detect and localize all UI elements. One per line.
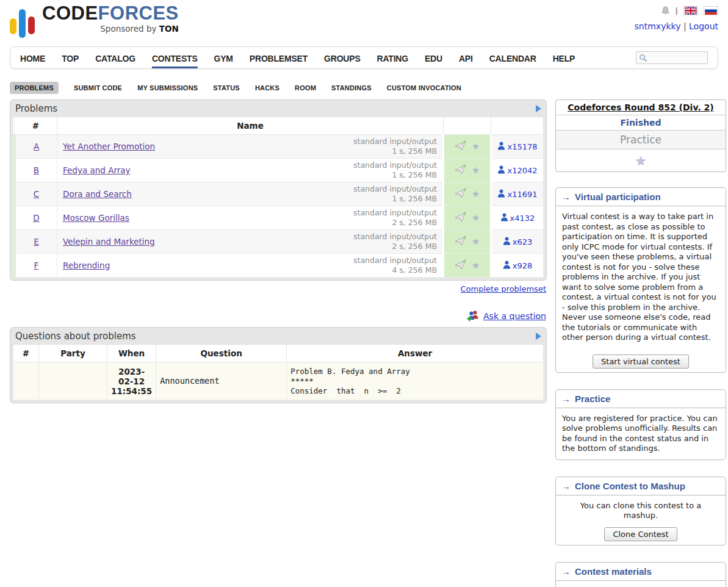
practice-text: You are registered for practice. You can… bbox=[556, 408, 726, 459]
favorite-star-icon[interactable]: ★ bbox=[472, 236, 480, 247]
contest-info-box: Codeforces Round 852 (Div. 2) Finished P… bbox=[555, 99, 726, 172]
virtual-participation-box: → Virtual participation Virtual contest … bbox=[555, 187, 726, 373]
ru-flag-icon[interactable] bbox=[704, 6, 718, 15]
complete-problemset-link[interactable]: Complete problemset bbox=[461, 284, 546, 294]
virtual-participation-text: Virtual contest is a way to take part in… bbox=[556, 206, 726, 348]
solved-count-link[interactable]: x928 bbox=[513, 261, 533, 270]
solved-count-link[interactable]: x4132 bbox=[510, 214, 535, 223]
problem-letter-link[interactable]: B bbox=[34, 165, 39, 175]
nav-item-contests[interactable]: CONTESTS bbox=[152, 48, 198, 68]
solved-count-link[interactable]: x11691 bbox=[507, 190, 537, 199]
solved-person-icon bbox=[497, 165, 505, 176]
subnav-hacks[interactable]: HACKS bbox=[255, 84, 279, 92]
nav-item-top[interactable]: TOP bbox=[62, 48, 79, 68]
contest-status: Finished bbox=[556, 115, 726, 131]
problem-letter-link[interactable]: C bbox=[34, 189, 39, 199]
q-question-cell: Announcement bbox=[156, 362, 287, 400]
start-virtual-contest-button[interactable]: Start virtual contest bbox=[593, 355, 689, 369]
nav-item-api[interactable]: API bbox=[459, 48, 473, 68]
subnav-problems[interactable]: PROBLEMS bbox=[10, 82, 59, 94]
contest-mode: Practice bbox=[556, 131, 726, 149]
subnav-custom-invocation[interactable]: CUSTOM INVOCATION bbox=[387, 84, 461, 92]
nav-item-edu[interactable]: EDU bbox=[425, 48, 442, 68]
favorite-star-icon[interactable]: ★ bbox=[472, 260, 480, 271]
table-row: A Yet Another Promotion standard input/o… bbox=[15, 135, 544, 159]
ask-question-icon bbox=[467, 310, 480, 322]
q-col-party: Party bbox=[39, 345, 107, 362]
favorite-star-icon[interactable]: ★ bbox=[472, 189, 480, 200]
q-answer-cell: Problem B. Fedya and Array ***** Conside… bbox=[287, 362, 544, 400]
expand-arrow-icon[interactable] bbox=[536, 105, 541, 112]
ask-question-link[interactable]: Ask a question bbox=[483, 311, 546, 321]
table-row: D Moscow Gorillas standard input/output2… bbox=[15, 206, 544, 230]
nav-item-home[interactable]: HOME bbox=[20, 48, 45, 68]
bell-icon[interactable] bbox=[661, 6, 670, 16]
clone-mashup-box: → Clone Contest to Mashup You can clone … bbox=[555, 477, 726, 546]
problem-letter-link[interactable]: A bbox=[34, 142, 39, 151]
nav-item-catalog[interactable]: CATALOG bbox=[95, 48, 135, 68]
clone-contest-button[interactable]: Clone Contest bbox=[604, 527, 677, 541]
q-num-cell bbox=[13, 362, 39, 400]
paper-plane-icon[interactable] bbox=[455, 236, 466, 248]
paper-plane-icon[interactable] bbox=[455, 140, 466, 153]
problem-name-link[interactable]: Velepin and Marketing bbox=[63, 237, 155, 247]
header-separator: | bbox=[676, 6, 678, 15]
contest-materials-box: → Contest materials • Announcement × • T… bbox=[555, 562, 726, 587]
search-icon bbox=[639, 54, 647, 62]
problem-name-link[interactable]: Dora and Search bbox=[63, 189, 132, 199]
subnav-status[interactable]: STATUS bbox=[213, 84, 240, 92]
paper-plane-icon[interactable] bbox=[455, 164, 466, 176]
nav-item-problemset[interactable]: PROBLEMSET bbox=[250, 48, 308, 68]
solved-person-icon bbox=[503, 237, 511, 247]
col-header-name: Name bbox=[57, 117, 444, 135]
favorite-star-icon[interactable]: ★ bbox=[472, 141, 480, 152]
logout-link[interactable]: Logout bbox=[689, 21, 718, 31]
nav-item-rating[interactable]: RATING bbox=[377, 48, 408, 68]
problem-letter-link[interactable]: F bbox=[34, 261, 39, 270]
complete-problemset-row: Complete problemset bbox=[10, 284, 546, 294]
problem-name-link[interactable]: Yet Another Promotion bbox=[63, 142, 155, 151]
caption-arrow: → bbox=[561, 192, 571, 202]
contest-favorite-star-icon[interactable]: ★ bbox=[635, 153, 646, 168]
expand-arrow-icon[interactable] bbox=[536, 333, 541, 340]
solved-count-link[interactable]: x12042 bbox=[507, 166, 537, 175]
problem-letter-link[interactable]: D bbox=[33, 213, 39, 223]
codeforces-logo[interactable]: CODEFORCES Sponsored by TON bbox=[10, 4, 211, 38]
uk-flag-icon[interactable] bbox=[683, 6, 698, 15]
questions-table: # Party When Question Answer 2023-02-12 … bbox=[13, 344, 544, 400]
problem-name-link[interactable]: Rebrending bbox=[63, 261, 110, 270]
problems-table: # Name A Yet Another Promotion standard … bbox=[13, 117, 544, 278]
paper-plane-icon[interactable] bbox=[455, 259, 466, 272]
user-row: sntmxykky | Logout bbox=[635, 21, 718, 31]
solved-count-link[interactable]: x15178 bbox=[507, 142, 537, 151]
questions-box: Questions about problems # Party When Qu… bbox=[10, 327, 547, 403]
paper-plane-icon[interactable] bbox=[455, 212, 466, 224]
favorite-star-icon[interactable]: ★ bbox=[472, 212, 480, 223]
subnav-submit-code[interactable]: SUBMIT CODE bbox=[74, 84, 122, 92]
contest-title-link[interactable]: Codeforces Round 852 (Div. 2) bbox=[568, 103, 713, 112]
nav-item-groups[interactable]: GROUPS bbox=[324, 48, 360, 68]
paper-plane-icon[interactable] bbox=[455, 188, 466, 200]
q-col-question: Question bbox=[156, 345, 287, 362]
username-link[interactable]: sntmxykky bbox=[635, 21, 681, 31]
nav-item-gym[interactable]: GYM bbox=[214, 48, 233, 68]
problem-name-link[interactable]: Moscow Gorillas bbox=[63, 213, 129, 223]
nav-item-help[interactable]: HELP bbox=[553, 48, 575, 68]
problem-name-link[interactable]: Fedya and Array bbox=[63, 165, 131, 175]
q-col-when: When bbox=[107, 345, 156, 362]
subnav-room[interactable]: ROOM bbox=[295, 84, 316, 92]
subnav-standings[interactable]: STANDINGS bbox=[331, 84, 372, 92]
practice-title: Practice bbox=[575, 394, 610, 404]
caption-arrow: → bbox=[561, 566, 571, 577]
subnav-my-submissions[interactable]: MY SUBMISSIONS bbox=[137, 84, 198, 92]
problem-letter-link[interactable]: E bbox=[34, 237, 39, 247]
nav-item-calendar[interactable]: CALENDAR bbox=[489, 48, 536, 68]
favorite-star-icon[interactable]: ★ bbox=[472, 165, 480, 176]
table-row: E Velepin and Marketing standard input/o… bbox=[15, 230, 544, 254]
virtual-participation-title: Virtual participation bbox=[575, 192, 661, 202]
logo-forces-text: FORCES bbox=[98, 2, 179, 24]
solved-person-icon bbox=[500, 213, 508, 223]
solved-count-link[interactable]: x623 bbox=[513, 237, 533, 247]
main-nav: HOME TOP CATALOG CONTESTS GYM PROBLEMSET… bbox=[10, 46, 718, 69]
question-row: 2023-02-12 11:54:55 Announcement Problem… bbox=[13, 362, 544, 400]
